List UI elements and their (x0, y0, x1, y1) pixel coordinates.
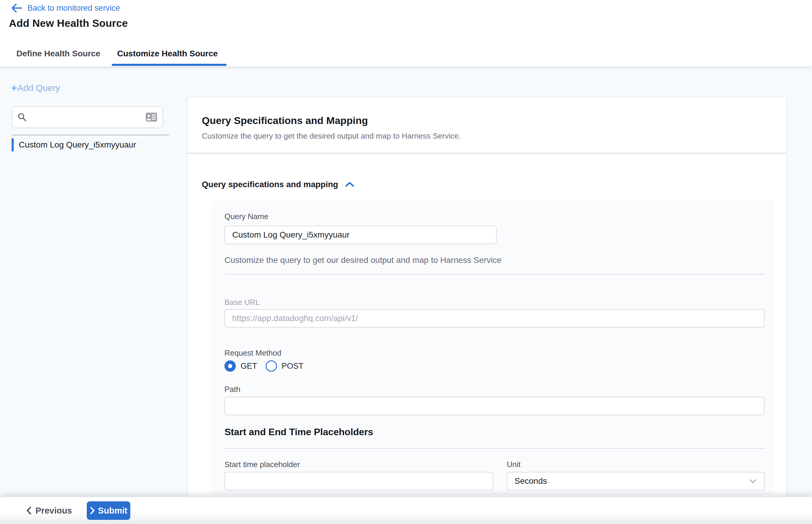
section-heading-row: Query specifications and mapping (202, 180, 355, 189)
main-panel: Query Specifications and Mapping Customi… (188, 97, 786, 524)
tab-define-health-source[interactable]: Define Health Source (16, 40, 100, 67)
base-url-label: Base URL (225, 298, 260, 307)
query-mapping-card: Query Name Customize the query to get ou… (211, 200, 775, 495)
back-link-label: Back to monitored service (28, 4, 120, 13)
query-list-item-selected[interactable]: Custom Log Query_i5xmyyuaur (12, 138, 179, 152)
query-search-box (12, 106, 163, 128)
active-tab-indicator (112, 64, 227, 66)
chevron-left-icon (26, 506, 32, 515)
chevron-right-icon (90, 506, 95, 515)
add-query-label: Add Query (17, 83, 60, 93)
back-arrow-icon (11, 3, 23, 13)
base-url-input[interactable] (225, 309, 765, 328)
add-query-button[interactable]: + Add Query (11, 82, 60, 94)
card-divider-2 (225, 448, 765, 448)
submit-button[interactable]: Submit (87, 501, 130, 520)
card-divider-1 (225, 274, 765, 275)
query-name-label: Query Name (225, 212, 268, 221)
sidebar-divider (12, 135, 169, 135)
search-icon (18, 113, 27, 121)
id-card-icon[interactable] (146, 113, 157, 121)
radio-option-post[interactable]: POST (265, 360, 304, 372)
radio-option-get[interactable]: GET (225, 360, 257, 372)
search-input[interactable] (30, 113, 142, 122)
radio-unselected-icon (265, 360, 277, 372)
panel-title: Query Specifications and Mapping (202, 115, 368, 126)
chevron-up-icon[interactable] (345, 181, 355, 189)
query-item-label: Custom Log Query_i5xmyyuaur (19, 140, 136, 150)
query-helper-text: Customize the query to get our desired o… (225, 256, 501, 265)
selected-indicator-bar (12, 138, 14, 151)
query-name-input[interactable] (225, 226, 497, 244)
previous-button[interactable]: Previous (26, 506, 72, 515)
tab-customize-health-source[interactable]: Customize Health Source (117, 40, 218, 67)
path-label: Path (225, 385, 241, 394)
request-method-label: Request Method (225, 348, 281, 358)
unit-select[interactable]: Seconds (507, 472, 765, 490)
section-heading-label: Query specifications and mapping (202, 180, 338, 189)
panel-subtitle: Customize the query to get the desired o… (202, 131, 461, 141)
back-link[interactable]: Back to monitored service (11, 3, 120, 13)
plus-icon: + (11, 82, 17, 94)
chevron-down-icon (749, 478, 757, 484)
unit-select-value: Seconds (515, 476, 547, 486)
path-input[interactable] (225, 397, 765, 415)
page-header: Back to monitored service Add New Health… (0, 0, 812, 67)
start-time-input[interactable] (225, 472, 493, 490)
page-title: Add New Health Source (9, 17, 128, 29)
tab-bar: Define Health Source Customize Health So… (0, 40, 812, 67)
radio-selected-icon (225, 360, 236, 372)
unit-label: Unit (507, 460, 520, 469)
request-method-radio-group: GET POST (225, 360, 304, 372)
panel-divider (188, 153, 786, 153)
footer-bar: Previous Submit (0, 497, 812, 524)
time-placeholders-heading: Start and End Time Placeholders (225, 427, 373, 438)
start-time-label: Start time placeholder (225, 460, 300, 469)
